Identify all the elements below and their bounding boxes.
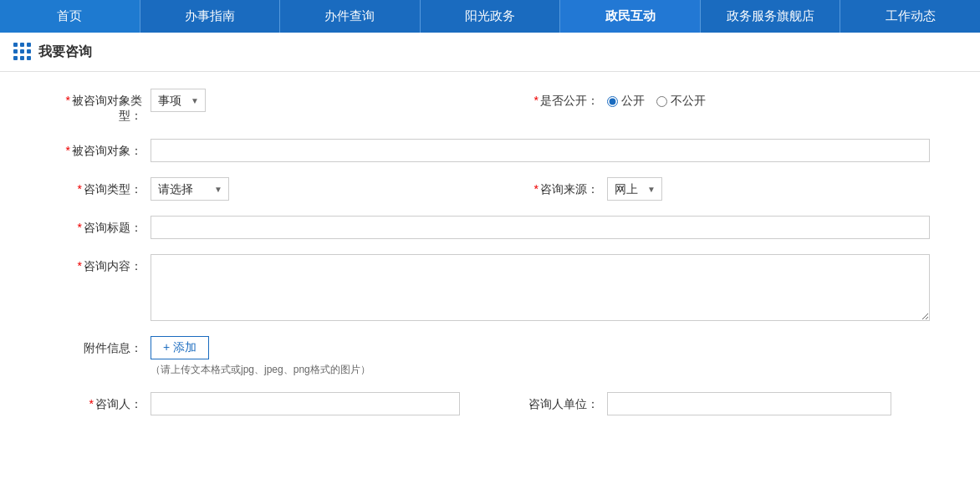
consult-type-label: *咨询类型： [50, 177, 151, 197]
required-star-3: * [66, 144, 70, 157]
consult-source-control: 网上 电话 窗口 其他 ▼ [607, 177, 930, 201]
consultant-unit-col: 咨询人单位： [507, 392, 930, 415]
required-star-1: * [66, 94, 70, 107]
consult-object-label: *被咨询对象： [50, 139, 151, 159]
required-star-4: * [78, 182, 82, 196]
consultant-control: 王杰 [151, 392, 473, 415]
nav-item-办件查询[interactable]: 办件查询 [280, 0, 421, 33]
form-row-3: *咨询类型： 请选择 政策咨询 业务咨询 投诉建议 ▼ [50, 177, 930, 201]
consult-type-control: 请选择 政策咨询 业务咨询 投诉建议 ▼ [151, 177, 473, 201]
radio-not-public[interactable] [656, 96, 667, 107]
consult-source-select[interactable]: 网上 电话 窗口 其他 [607, 177, 662, 201]
consult-object-control: 新生儿重名查询 [151, 139, 930, 162]
nav-item-工作动态[interactable]: 工作动态 [840, 0, 980, 33]
consult-type-col: *咨询类型： 请选择 政策咨询 业务咨询 投诉建议 ▼ [50, 177, 473, 201]
consult-type-select[interactable]: 请选择 政策咨询 业务咨询 投诉建议 [151, 177, 229, 201]
form-row-1: *被咨询对象类型： 事项 部门 其他 ▼ *是否公开： [50, 89, 930, 124]
consult-title-label: *咨询标题： [50, 216, 151, 236]
consultant-input[interactable]: 王杰 [151, 392, 460, 415]
attachment-hint: （请上传文本格式或jpg、jpeg、png格式的图片） [151, 363, 370, 377]
section-title: 我要咨询 [38, 43, 92, 61]
consult-source-label: *咨询来源： [507, 177, 607, 197]
is-public-col: *是否公开： 公开 不公开 [507, 89, 930, 124]
section-header: 我要咨询 [0, 33, 980, 72]
add-attachment-button[interactable]: + 添加 [151, 336, 209, 359]
consult-title-input[interactable] [151, 216, 930, 239]
is-public-radio-group: 公开 不公开 [607, 89, 706, 109]
is-public-control: 公开 不公开 [607, 89, 930, 109]
nav-item-首页[interactable]: 首页 [0, 0, 140, 33]
consult-content-textarea[interactable] [151, 254, 930, 321]
consult-title-control [151, 216, 930, 239]
required-star-8: * [89, 397, 94, 410]
is-public-label: *是否公开： [507, 89, 607, 109]
consult-source-col: *咨询来源： 网上 电话 窗口 其他 ▼ [507, 177, 930, 201]
attachment-label: 附件信息： [50, 336, 151, 356]
radio-not-public-label[interactable]: 不公开 [656, 94, 706, 109]
consultant-unit-label: 咨询人单位： [507, 392, 607, 412]
consult-content-control [151, 254, 930, 321]
object-type-control: 事项 部门 其他 ▼ [151, 89, 473, 112]
consultant-unit-input[interactable] [607, 392, 891, 415]
dots-icon [13, 43, 32, 61]
required-star-6: * [78, 221, 82, 234]
consultant-label: *咨询人： [50, 392, 151, 412]
form-row-6: 附件信息： + 添加 （请上传文本格式或jpg、jpeg、png格式的图片） [50, 336, 930, 377]
nav-item-办事指南[interactable]: 办事指南 [140, 0, 281, 33]
form-row-5: *咨询内容： [50, 254, 930, 321]
radio-public[interactable] [607, 96, 618, 107]
required-star-2: * [534, 94, 538, 107]
page-content: 我要咨询 *被咨询对象类型： 事项 部门 其他 ▼ [0, 33, 980, 464]
form-row-7: *咨询人： 王杰 咨询人单位： [50, 392, 930, 415]
object-type-col: *被咨询对象类型： 事项 部门 其他 ▼ [50, 89, 473, 124]
nav-bar: 首页办事指南办件查询阳光政务政民互动政务服务旗舰店工作动态 [0, 0, 980, 33]
consultant-col: *咨询人： 王杰 [50, 392, 473, 415]
required-star-7: * [78, 259, 82, 273]
consult-object-input[interactable]: 新生儿重名查询 [151, 139, 930, 162]
nav-item-阳光政务[interactable]: 阳光政务 [421, 0, 561, 33]
form-row-4: *咨询标题： [50, 216, 930, 239]
consultant-unit-control [607, 392, 930, 415]
nav-item-政务服务旗舰店[interactable]: 政务服务旗舰店 [701, 0, 841, 33]
consult-source-select-wrapper: 网上 电话 窗口 其他 ▼ [607, 177, 662, 201]
required-star-5: * [534, 182, 538, 196]
form-row-2: *被咨询对象： 新生儿重名查询 [50, 139, 930, 162]
consult-type-select-wrapper: 请选择 政策咨询 业务咨询 投诉建议 ▼ [151, 177, 229, 201]
form-container: *被咨询对象类型： 事项 部门 其他 ▼ *是否公开： [0, 72, 980, 447]
radio-public-label[interactable]: 公开 [607, 94, 645, 109]
attachment-control: + 添加 （请上传文本格式或jpg、jpeg、png格式的图片） [151, 336, 930, 377]
object-type-label: *被咨询对象类型： [50, 89, 151, 124]
object-type-select-wrapper: 事项 部门 其他 ▼ [151, 89, 206, 112]
nav-item-政民互动[interactable]: 政民互动 [560, 0, 701, 33]
consult-content-label: *咨询内容： [50, 254, 151, 274]
object-type-select[interactable]: 事项 部门 其他 [151, 89, 206, 112]
